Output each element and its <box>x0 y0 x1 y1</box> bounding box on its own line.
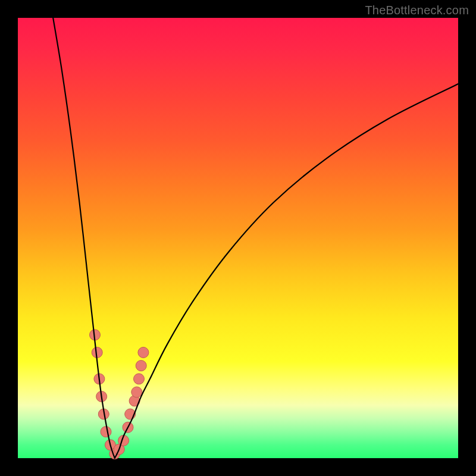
plot-area <box>18 18 458 458</box>
valley-marker <box>136 361 146 371</box>
valley-marker <box>134 374 145 384</box>
valley-marker <box>138 347 149 358</box>
valley-marker <box>131 387 142 397</box>
valley-markers <box>90 330 149 459</box>
chart-frame: TheBottleneck.com <box>0 0 476 476</box>
curve-left-branch <box>53 18 115 458</box>
curve-right-branch <box>115 84 458 458</box>
valley-marker <box>101 427 111 437</box>
curve-layer <box>18 18 458 458</box>
watermark-text: TheBottleneck.com <box>365 4 469 17</box>
